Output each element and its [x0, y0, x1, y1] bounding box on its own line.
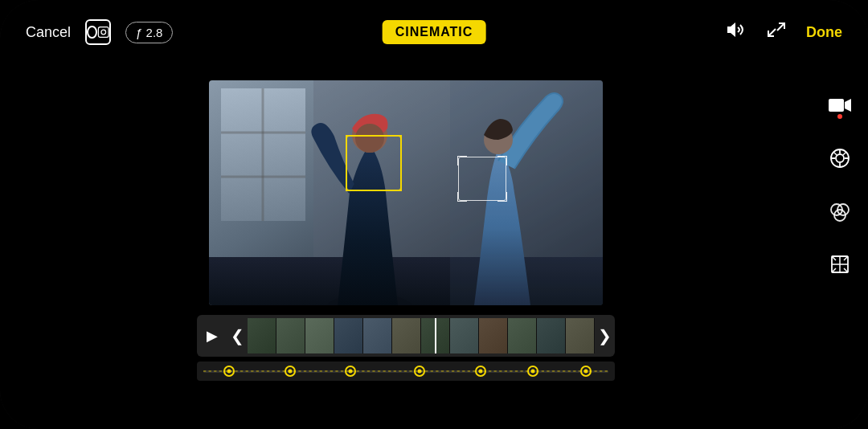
timeline-chevron-right[interactable]: ❯	[595, 326, 615, 345]
timeline-section: ▶ ❮	[197, 315, 615, 381]
focus-keyframe-dot[interactable]	[580, 366, 592, 377]
film-frame	[392, 318, 421, 353]
video-area: ▶ ❮	[0, 64, 868, 429]
cinematic-badge-container: CINEMATIC	[383, 20, 486, 44]
svg-point-1	[100, 30, 105, 35]
focus-tracking-icon[interactable]	[85, 19, 111, 45]
svg-rect-0	[98, 27, 108, 38]
video-frame[interactable]	[209, 80, 603, 305]
film-frame	[363, 318, 392, 353]
focus-box-primary[interactable]	[346, 135, 402, 191]
film-frame	[479, 318, 508, 353]
aperture-badge[interactable]: ƒ 2.8	[125, 22, 173, 43]
focus-keyframe-dot[interactable]	[345, 366, 356, 377]
svg-line-3	[777, 23, 784, 31]
expand-icon[interactable]	[766, 21, 787, 43]
video-mode-button[interactable]	[823, 88, 857, 122]
focus-keyframe-dot[interactable]	[285, 366, 296, 377]
svg-line-4	[768, 29, 776, 36]
film-frame	[276, 318, 305, 353]
adjust-button[interactable]	[823, 141, 857, 175]
adjust-icon	[829, 147, 851, 170]
top-bar-left: Cancel ƒ 2.8	[26, 19, 173, 45]
timeline-cursor	[435, 318, 436, 353]
volume-icon[interactable]	[724, 21, 747, 43]
focus-keyframe-dot[interactable]	[475, 366, 486, 377]
top-bar-right: Done	[724, 21, 842, 43]
top-bar: Cancel ƒ 2.8 CINEMATIC	[0, 0, 868, 64]
color-mix-icon	[829, 200, 851, 223]
film-frame	[566, 318, 595, 353]
film-frame	[334, 318, 363, 353]
right-toolbar	[812, 64, 868, 429]
focus-track	[203, 370, 608, 373]
focus-keyframe-strip[interactable]	[197, 362, 615, 381]
svg-marker-2	[727, 22, 735, 37]
film-frame	[508, 318, 537, 353]
video-camera-icon	[828, 96, 852, 115]
film-frame	[305, 318, 334, 353]
transform-icon	[829, 254, 850, 275]
film-frames[interactable]	[248, 318, 595, 353]
color-mix-button[interactable]	[823, 194, 857, 228]
video-scene	[209, 80, 603, 305]
filmstrip: ▶ ❮	[197, 315, 615, 357]
transform-button[interactable]	[823, 247, 857, 281]
svg-line-22	[833, 152, 837, 155]
svg-rect-18	[829, 99, 844, 112]
focus-keyframe-dot[interactable]	[414, 366, 425, 377]
phone-frame: Cancel ƒ 2.8 CINEMATIC	[0, 0, 868, 429]
cancel-button[interactable]: Cancel	[26, 24, 71, 41]
active-indicator	[837, 114, 842, 119]
done-button[interactable]: Done	[806, 24, 842, 41]
focus-keyframe-dot[interactable]	[223, 366, 235, 377]
film-frame	[450, 318, 479, 353]
svg-marker-19	[845, 99, 851, 112]
focus-keyframe-dot[interactable]	[527, 366, 538, 377]
cinematic-badge: CINEMATIC	[383, 20, 486, 44]
svg-line-23	[843, 152, 846, 155]
film-frame	[248, 318, 276, 353]
main-content: ▶ ❮	[0, 64, 812, 429]
film-frame	[537, 318, 566, 353]
svg-point-21	[836, 154, 844, 162]
play-button[interactable]: ▶	[197, 327, 227, 345]
timeline-chevron-left[interactable]: ❮	[227, 326, 248, 345]
focus-box-secondary[interactable]	[458, 157, 506, 201]
